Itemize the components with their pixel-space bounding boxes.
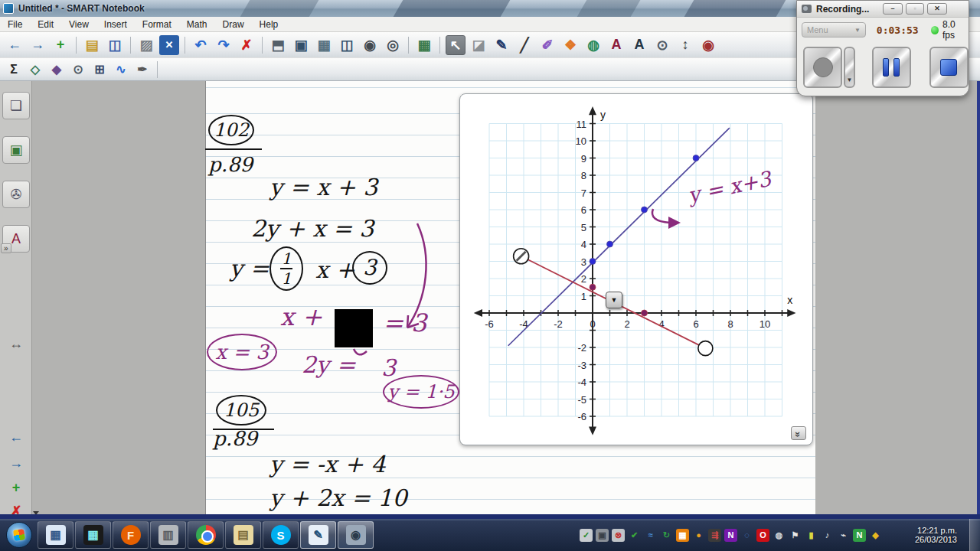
math-sigma-button[interactable]: Σ: [5, 60, 23, 79]
taskbar-calculator[interactable]: ▦: [38, 521, 74, 549]
tray-usb-eject[interactable]: ✓: [580, 529, 593, 542]
tray-action-center[interactable]: ⚑: [789, 529, 802, 542]
menu-insert[interactable]: Insert: [96, 18, 135, 31]
pen-tool-button[interactable]: ✎: [492, 35, 511, 55]
recorder-minimize-button[interactable]: –: [883, 3, 903, 15]
taskbar-devices-printers[interactable]: ▤: [225, 521, 261, 549]
attachments-tab[interactable]: ✇: [2, 181, 30, 208]
open-file-button[interactable]: ▤: [82, 35, 102, 55]
line-tool-button[interactable]: ╱: [514, 35, 534, 55]
taskbar-clock[interactable]: 12:21 p.m. 26/03/2013: [915, 519, 957, 551]
tray-power-plug[interactable]: ⌁: [837, 529, 850, 542]
full-screen-button[interactable]: ▣: [291, 35, 311, 55]
smart-exchange-button[interactable]: ✕: [159, 35, 179, 55]
recorder-tool-button[interactable]: ◉: [698, 35, 718, 55]
menu-help[interactable]: Help: [252, 18, 286, 31]
graph-object-menu-button[interactable]: ▼: [606, 292, 622, 308]
start-button[interactable]: [6, 522, 32, 548]
tray-disc-error[interactable]: ⊗: [612, 529, 625, 542]
tray-messenger[interactable]: ◌: [740, 529, 753, 542]
save-button[interactable]: ◫: [105, 35, 125, 55]
svg-text:7: 7: [581, 187, 586, 199]
dual-page-display-button[interactable]: ◫: [337, 35, 357, 55]
shapes-button[interactable]: ❖: [560, 35, 580, 55]
shape-recognition-pen-button[interactable]: ✒: [133, 60, 152, 79]
screen-capture-button[interactable]: ◉: [360, 35, 380, 55]
tray-security-shield[interactable]: ◆: [869, 529, 882, 542]
tray-arrows[interactable]: ⇶: [708, 529, 721, 542]
expand-panel-button[interactable]: »: [1, 243, 11, 253]
recorder-close-button[interactable]: ✕: [927, 3, 947, 15]
graph-object[interactable]: -6-4-202468101110987654321-2-3-4-5-6xyy …: [459, 93, 813, 445]
paste-button[interactable]: ▨: [136, 35, 156, 55]
resize-button[interactable]: ↕: [675, 35, 695, 55]
menu-edit[interactable]: Edit: [30, 18, 61, 31]
tray-nvidia[interactable]: N: [853, 529, 866, 542]
transparent-background-button[interactable]: ▦: [314, 35, 334, 55]
taskbar-smart-recorder[interactable]: ◉: [338, 521, 374, 549]
measurement-tools-button[interactable]: ⊙: [652, 35, 672, 55]
regular-polygons-button[interactable]: ◆: [47, 60, 66, 79]
taskbar-device-tool[interactable]: ▥: [150, 521, 186, 549]
table-button[interactable]: ▦: [414, 35, 434, 55]
tray-antivirus-check[interactable]: ✔: [628, 529, 641, 542]
tray-smart-board[interactable]: ▦: [676, 529, 689, 542]
taskbar-smart-notebook[interactable]: ✎: [300, 521, 336, 549]
add-page-button[interactable]: +: [51, 35, 70, 55]
previous-page-button[interactable]: ←: [5, 35, 24, 55]
tray-opera[interactable]: O: [756, 529, 769, 542]
creative-pen-button[interactable]: ✐: [537, 35, 557, 55]
pan-handle[interactable]: ↔: [5, 334, 28, 354]
recorder-title: Recording...: [816, 4, 869, 15]
toolbar-separator: [408, 37, 409, 54]
math-compass-button[interactable]: ⊙: [69, 60, 87, 79]
menu-math[interactable]: Math: [179, 18, 215, 31]
undo-button[interactable]: ↶: [191, 35, 211, 55]
add-page-nav[interactable]: +: [5, 478, 28, 497]
tray-globe[interactable]: ◍: [773, 529, 786, 542]
delete-button[interactable]: ✗: [237, 35, 256, 55]
document-camera-button[interactable]: ◎: [383, 35, 403, 55]
fill-button[interactable]: ◍: [583, 35, 603, 55]
text-properties-button[interactable]: A: [629, 35, 649, 55]
screen-shade-button[interactable]: ⬒: [268, 35, 288, 55]
tray-onenote[interactable]: N: [724, 529, 737, 542]
menu-format[interactable]: Format: [135, 18, 179, 31]
taskbar-chrome[interactable]: [188, 521, 224, 549]
equation-table-button[interactable]: ⊞: [90, 60, 109, 79]
tray-device[interactable]: ▣: [596, 529, 609, 542]
svg-text:-4: -4: [577, 377, 586, 388]
recorder-menu-button[interactable]: Menu ▼: [802, 22, 866, 37]
show-desktop-button[interactable]: [969, 519, 980, 551]
taskbar-sci-calculator[interactable]: ▦: [75, 521, 111, 549]
graph-builder-button[interactable]: ∿: [112, 60, 130, 79]
tray-status-amber[interactable]: ●: [692, 529, 705, 542]
next-page-button[interactable]: →: [28, 35, 47, 55]
tray-volume[interactable]: ♪: [821, 529, 834, 542]
tray-sync[interactable]: ↻: [660, 529, 673, 542]
tray-wireless[interactable]: ≈: [644, 529, 657, 542]
graph-collapse-button[interactable]: »: [791, 426, 806, 440]
page-sorter-tab[interactable]: ❏: [2, 92, 30, 119]
menu-view[interactable]: View: [61, 18, 96, 31]
taskbar-skype[interactable]: S: [263, 521, 299, 549]
tray-battery-warning[interactable]: ▮: [805, 529, 818, 542]
stop-button[interactable]: [929, 47, 969, 88]
irregular-polygon-button[interactable]: ◇: [26, 60, 44, 79]
recording-fps: 8.0 fps: [942, 19, 969, 41]
text-button[interactable]: A: [606, 35, 626, 55]
redo-button[interactable]: ↷: [214, 35, 234, 55]
taskbar-firefox[interactable]: F: [113, 521, 149, 549]
menu-file[interactable]: File: [0, 18, 30, 31]
previous-page-nav[interactable]: ←: [5, 427, 28, 447]
pause-button[interactable]: [872, 47, 911, 88]
smart-recorder-window: Recording... – ▫ ✕ Menu ▼ 0:03:53 8.0 fp…: [796, 0, 969, 96]
record-options-button[interactable]: ▼: [844, 47, 854, 88]
record-button[interactable]: [803, 47, 842, 88]
taskbar-device-tool-icon: ▥: [158, 525, 178, 545]
gallery-tab[interactable]: ▣: [2, 136, 30, 164]
menu-draw[interactable]: Draw: [215, 18, 252, 31]
select-tool-button[interactable]: ↖: [446, 35, 466, 55]
eraser-tool-button[interactable]: ◪: [469, 35, 488, 55]
next-page-nav[interactable]: →: [5, 453, 28, 473]
